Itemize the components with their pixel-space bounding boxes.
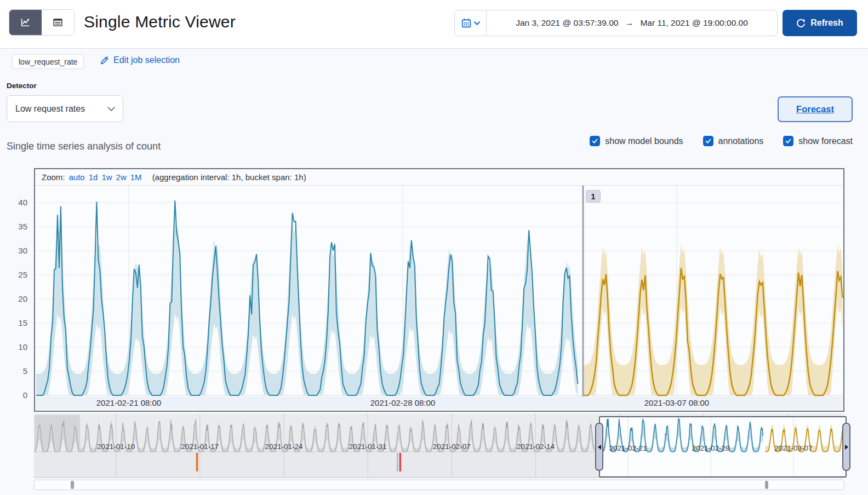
svg-text:2021-02-28: 2021-02-28 — [692, 444, 729, 452]
time-range-start[interactable]: Jan 3, 2021 @ 03:57:39.00 — [516, 18, 618, 28]
detector-label: Detector — [7, 82, 37, 90]
time-range-picker[interactable]: Jan 3, 2021 @ 03:57:39.00 → Mar 11, 2021… — [454, 10, 778, 36]
calendar-icon — [461, 18, 471, 28]
svg-text:2021-02-21: 2021-02-21 — [609, 444, 647, 452]
table-icon — [53, 18, 62, 27]
svg-text:2021-02-07: 2021-02-07 — [433, 442, 471, 451]
line-chart-icon — [21, 18, 30, 27]
detector-selected-value: Low request rates — [15, 104, 85, 114]
chart-toggles: show model bounds annotations show forec… — [590, 136, 853, 146]
context-chart[interactable]: 2021-01-102021-01-172021-01-242021-01-31… — [34, 413, 844, 478]
calendar-dropdown-button[interactable] — [455, 10, 487, 36]
forecast-button[interactable]: Forecast — [778, 96, 853, 122]
y-axis-tick: 25 — [0, 270, 27, 279]
svg-text:2021-02-14: 2021-02-14 — [517, 442, 555, 451]
analysis-heading: Single time series analysis of count — [7, 141, 161, 152]
brush-right-handle[interactable] — [842, 423, 850, 471]
main-chart-panel: Zoom: auto1d1w2w1M (aggregation interval… — [34, 168, 844, 412]
checkbox-show-forecast[interactable] — [783, 136, 793, 146]
edit-job-selection-label: Edit job selection — [113, 55, 180, 65]
zoom-options: auto1d1w2w1M — [69, 172, 146, 182]
refresh-icon — [796, 19, 806, 28]
annotation-badge[interactable]: 1 — [586, 190, 601, 203]
timeline-track[interactable] — [34, 480, 844, 490]
brush-left-handle[interactable] — [595, 423, 603, 471]
toggle-annotations[interactable]: annotations — [703, 136, 764, 146]
chart-view-button[interactable] — [9, 10, 42, 35]
chevron-down-icon — [474, 21, 480, 25]
check-icon — [591, 137, 598, 145]
y-axis-tick: 35 — [0, 222, 27, 231]
zoom-option-1w[interactable]: 1w — [101, 172, 112, 182]
zoom-option-2w[interactable]: 2w — [116, 172, 127, 182]
table-view-button[interactable] — [42, 10, 74, 35]
toggle-show-forecast[interactable]: show forecast — [783, 136, 853, 146]
zoom-label: Zoom: — [42, 172, 65, 182]
svg-text:2021-01-24: 2021-01-24 — [265, 442, 303, 451]
job-badge: low_request_rate — [12, 54, 84, 69]
zoom-option-1d[interactable]: 1d — [89, 172, 98, 182]
selection-brush[interactable]: 2021-02-212021-02-282021-03-07 — [599, 416, 847, 477]
svg-text:2021-01-17: 2021-01-17 — [181, 442, 219, 451]
aggregation-note: (aggregation interval: 1h, bucket span: … — [152, 172, 306, 182]
toggle-label: annotations — [718, 136, 764, 146]
svg-text:2021-02-28 08:00: 2021-02-28 08:00 — [370, 398, 435, 407]
track-left-handle[interactable] — [71, 481, 74, 489]
view-toggle-group — [9, 9, 75, 36]
refresh-button[interactable]: Refresh — [783, 10, 857, 36]
svg-text:2021-03-07 08:00: 2021-03-07 08:00 — [644, 398, 709, 407]
check-icon — [705, 137, 712, 145]
chevron-down-icon — [107, 107, 115, 111]
y-axis-tick: 40 — [0, 198, 27, 207]
page-title: Single Metric Viewer — [84, 13, 236, 31]
zoom-controls: Zoom: auto1d1w2w1M (aggregation interval… — [35, 169, 843, 186]
svg-text:2021-01-10: 2021-01-10 — [97, 442, 135, 451]
zoom-option-auto[interactable]: auto — [69, 172, 85, 182]
selection-brush-canvas: 2021-02-212021-02-282021-03-07 — [600, 417, 846, 476]
svg-text:2021-03-07: 2021-03-07 — [774, 444, 812, 452]
main-timeseries-chart[interactable]: 2021-02-21 08:002021-02-28 08:002021-03-… — [35, 186, 843, 410]
zoom-option-1M[interactable]: 1M — [130, 172, 142, 182]
svg-text:2021-02-21 08:00: 2021-02-21 08:00 — [96, 398, 161, 407]
svg-text:2021-01-31: 2021-01-31 — [349, 442, 387, 451]
y-axis-tick: 20 — [0, 294, 27, 303]
y-axis-tick: 30 — [0, 246, 27, 255]
page-header: Single Metric Viewer Jan 3, 2021 @ 03 — [0, 0, 868, 49]
detector-select[interactable]: Low request rates — [7, 95, 123, 122]
toggle-show-model-bounds[interactable]: show model bounds — [590, 136, 683, 146]
toggle-label: show model bounds — [605, 136, 683, 146]
toggle-label: show forecast — [798, 136, 853, 146]
y-axis-tick: 5 — [0, 366, 27, 376]
refresh-label: Refresh — [810, 18, 843, 28]
triangle-left-icon — [598, 445, 601, 450]
y-axis-tick: 15 — [0, 318, 27, 327]
track-right-handle[interactable] — [765, 481, 768, 489]
checkbox-show-model-bounds[interactable] — [590, 136, 600, 146]
pencil-icon — [100, 56, 109, 65]
time-range-end[interactable]: Mar 11, 2021 @ 19:00:00.00 — [640, 18, 747, 28]
edit-job-selection-link[interactable]: Edit job selection — [100, 55, 180, 65]
checkbox-annotations[interactable] — [703, 136, 713, 146]
y-axis-tick: 10 — [0, 342, 27, 352]
triangle-right-icon — [845, 445, 848, 450]
arrow-right-icon: → — [625, 18, 633, 28]
time-range-display: Jan 3, 2021 @ 03:57:39.00 → Mar 11, 2021… — [487, 10, 777, 36]
check-icon — [785, 137, 792, 145]
y-axis-tick: 0 — [0, 390, 27, 400]
single-metric-viewer-page: Single Metric Viewer Jan 3, 2021 @ 03 — [0, 0, 868, 495]
